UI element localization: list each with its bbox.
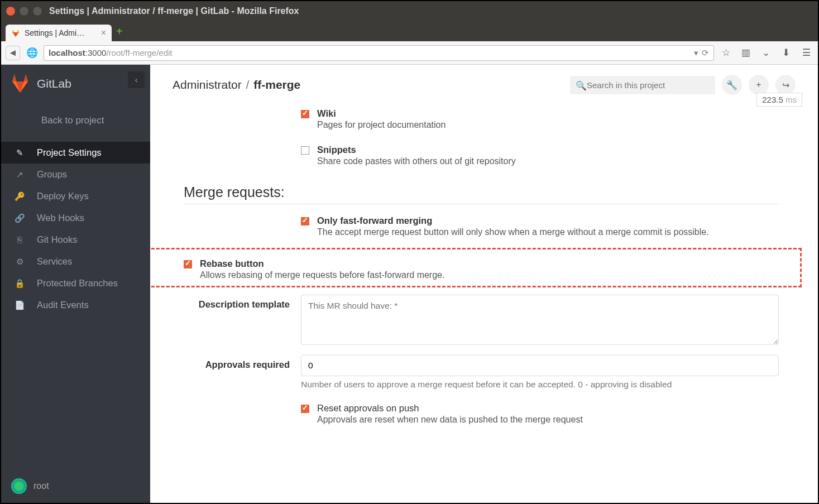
wiki-desc: Pages for project documentation (317, 120, 446, 130)
link-icon: 🔗 (15, 213, 25, 223)
wiki-checkbox[interactable] (301, 110, 309, 118)
bookmark-star-icon[interactable]: ☆ (719, 46, 733, 60)
menu-icon[interactable]: ☰ (799, 46, 813, 60)
pocket-icon[interactable]: ⌄ (759, 46, 773, 60)
gitlab-brand[interactable]: GitLab (37, 77, 71, 90)
new-tab-button[interactable]: + (116, 25, 123, 41)
reload-icon[interactable]: ⟳ (702, 48, 709, 58)
key-icon: 🔑 (15, 191, 25, 201)
sidebar-item-label: Groups (37, 169, 67, 180)
breadcrumb: Administrator / ff-merge (173, 78, 300, 92)
browser-tab-active[interactable]: Settings | Admi… × (6, 25, 112, 41)
lock-icon: 🔒 (15, 279, 25, 289)
performance-badge: 223.5 ms (756, 93, 802, 107)
tab-close-icon[interactable]: × (101, 28, 106, 38)
desc-template-label: Description template (184, 295, 290, 347)
edit-icon: ✎ (15, 148, 25, 158)
sidebar-item-deploy-keys[interactable]: 🔑Deploy Keys (1, 185, 150, 207)
sidebar-item-groups[interactable]: ↗Groups (1, 164, 150, 185)
sidebar-user[interactable]: root (11, 478, 49, 494)
sidebar-item-audit-events[interactable]: 📄Audit Events (1, 294, 150, 316)
sidebar-item-label: Services (37, 256, 72, 267)
cogs-icon: ⚙ (15, 257, 25, 267)
nav-back-button[interactable]: ◄ (6, 46, 20, 60)
sidebar-item-services[interactable]: ⚙Services (1, 251, 150, 272)
search-icon: 🔍 (576, 80, 587, 91)
sidebar-item-web-hooks[interactable]: 🔗Web Hooks (1, 207, 150, 229)
gitlab-logo-icon (10, 74, 30, 94)
admin-wrench-button[interactable]: 🔧 (722, 75, 742, 95)
browser-navbar: ◄ 🌐 localhost:3000 /root/ff-merge/edit ▾… (1, 41, 818, 65)
sidebar-item-protected-branches[interactable]: 🔒Protected Branches (1, 272, 150, 294)
sidebar-username: root (33, 481, 49, 491)
reset-approvals-title: Reset approvals on push (317, 403, 583, 414)
svg-marker-2 (12, 30, 15, 32)
site-identity-icon[interactable]: 🌐 (25, 46, 39, 60)
url-input[interactable]: localhost:3000 /root/ff-merge/edit ▾⟳ (44, 45, 714, 61)
ff-merge-title: Only fast-forward merging (317, 215, 709, 226)
sidebar-item-label: Audit Events (37, 300, 89, 310)
feature-rebase: Rebase button Allows rebasing of merge r… (184, 255, 796, 280)
sidebar-back-link[interactable]: Back to project (1, 99, 150, 142)
wiki-title: Wiki (317, 108, 446, 119)
snippets-checkbox[interactable] (301, 146, 309, 155)
rebase-checkbox[interactable] (184, 260, 192, 268)
sidebar-item-label: Web Hooks (37, 213, 84, 223)
sidebar-item-git-hooks[interactable]: ⎘Git Hooks (1, 229, 150, 251)
svg-marker-8 (12, 75, 16, 81)
browser-tab-label: Settings | Admi… (25, 28, 84, 37)
sidebar-collapse-button[interactable]: ‹ (128, 71, 145, 88)
user-avatar-icon (11, 478, 27, 494)
merge-requests-heading: Merge requests: (184, 184, 779, 204)
approvals-label: Approvals required (184, 355, 290, 390)
breadcrumb-owner[interactable]: Administrator (173, 78, 242, 91)
main-content: Administrator / ff-merge 🔍 🔧 + ↪ 223.5 m… (150, 65, 818, 504)
sign-out-button[interactable]: ↪ (775, 75, 796, 95)
svg-marker-9 (24, 75, 28, 81)
browser-tab-bar: Settings | Admi… × + (1, 21, 818, 41)
url-host: localhost:3000 (49, 48, 106, 57)
window-titlebar: Settings | Administrator / ff-merge | Gi… (1, 1, 818, 21)
gitlab-favicon-icon (11, 28, 20, 37)
window-minimize-button[interactable] (19, 6, 29, 16)
reset-approvals-checkbox[interactable] (301, 405, 309, 413)
feature-ff-merge: Only fast-forward merging The accept mer… (184, 212, 779, 248)
feature-wiki: Wiki Pages for project documentation (184, 105, 779, 141)
desc-template-textarea[interactable] (301, 295, 779, 345)
sidebar-item-label: Protected Branches (37, 278, 118, 289)
git-icon: ⎘ (15, 235, 25, 244)
rebase-highlight-box: Rebase button Allows rebasing of merge r… (150, 248, 801, 287)
approvals-input[interactable] (301, 355, 779, 376)
file-icon: 📄 (15, 300, 25, 310)
breadcrumb-project[interactable]: ff-merge (253, 78, 300, 91)
snippets-desc: Share code pastes with others out of git… (317, 156, 516, 166)
ff-merge-checkbox[interactable] (301, 217, 309, 225)
library-icon[interactable]: ▥ (739, 46, 753, 60)
url-path: /root/ff-merge/edit (106, 48, 172, 57)
rebase-title: Rebase button (200, 258, 444, 269)
feature-snippets: Snippets Share code pastes with others o… (184, 141, 779, 177)
share-icon: ↗ (15, 170, 25, 180)
approvals-help: Number of users to approve a merge reque… (301, 380, 779, 390)
reset-approvals-desc: Approvals are reset when new data is pus… (317, 415, 583, 425)
window-close-button[interactable] (6, 6, 16, 16)
window-title: Settings | Administrator / ff-merge | Gi… (49, 6, 299, 16)
snippets-title: Snippets (317, 145, 516, 155)
sidebar-item-project-settings[interactable]: ✎Project Settings (1, 142, 150, 164)
sidebar-item-label: Deploy Keys (37, 191, 89, 201)
project-search-input[interactable] (570, 76, 715, 94)
svg-marker-3 (17, 30, 20, 32)
sidebar-item-label: Project Settings (37, 147, 102, 158)
rebase-desc: Allows rebasing of merge requests before… (200, 270, 444, 280)
window-maximize-button[interactable] (32, 6, 42, 16)
sidebar-item-label: Git Hooks (37, 234, 77, 245)
downloads-icon[interactable]: ⬇ (779, 46, 793, 60)
feature-reset-approvals: Reset approvals on push Approvals are re… (184, 390, 779, 436)
ff-merge-desc: The accept merge request button will onl… (317, 227, 709, 237)
gitlab-sidebar: GitLab ‹ Back to project ✎Project Settin… (1, 65, 150, 504)
new-plus-button[interactable]: + (749, 75, 769, 95)
reader-icon[interactable]: ▾ (694, 48, 698, 58)
